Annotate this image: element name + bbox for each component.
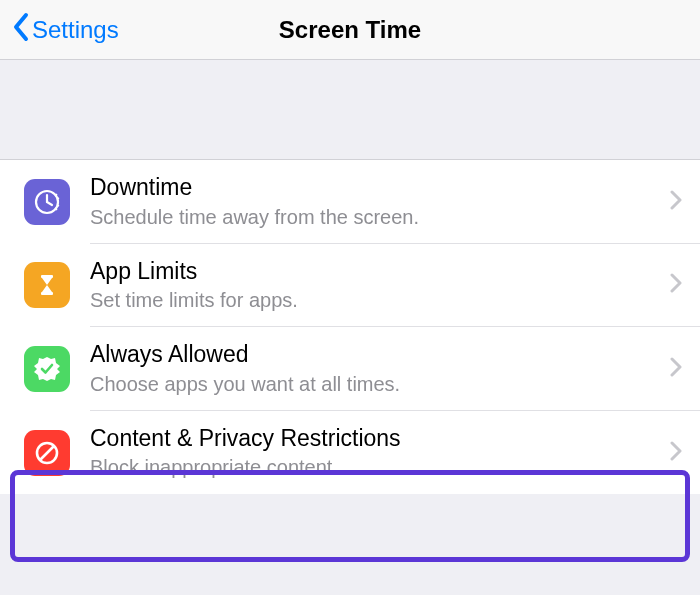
row-subtitle: Set time limits for apps.: [90, 287, 660, 313]
chevron-right-icon: [670, 441, 682, 465]
navbar: Settings Screen Time: [0, 0, 700, 60]
downtime-icon: [24, 179, 70, 225]
chevron-right-icon: [670, 273, 682, 297]
row-subtitle: Schedule time away from the screen.: [90, 204, 660, 230]
no-sign-icon: [24, 430, 70, 476]
chevron-right-icon: [670, 357, 682, 381]
svg-line-4: [57, 198, 59, 199]
row-title: Downtime: [90, 174, 660, 202]
svg-line-10: [40, 446, 54, 460]
svg-rect-8: [41, 292, 53, 295]
svg-line-5: [57, 205, 59, 206]
row-subtitle: Choose apps you want at all times.: [90, 371, 660, 397]
checkmark-seal-icon: [24, 346, 70, 392]
row-title: Content & Privacy Restrictions: [90, 425, 660, 453]
row-title: App Limits: [90, 258, 660, 286]
row-downtime[interactable]: Downtime Schedule time away from the scr…: [0, 160, 700, 244]
page-title: Screen Time: [279, 16, 421, 43]
svg-rect-7: [41, 275, 53, 278]
settings-list: Downtime Schedule time away from the scr…: [0, 160, 700, 494]
row-title: Always Allowed: [90, 341, 660, 369]
back-button[interactable]: Settings: [12, 12, 119, 48]
back-label: Settings: [32, 16, 119, 44]
row-content-privacy[interactable]: Content & Privacy Restrictions Block ina…: [0, 411, 700, 495]
chevron-left-icon: [12, 12, 32, 48]
row-app-limits[interactable]: App Limits Set time limits for apps.: [0, 244, 700, 328]
chevron-right-icon: [670, 190, 682, 214]
svg-line-2: [47, 202, 52, 205]
section-gap: [0, 60, 700, 160]
row-always-allowed[interactable]: Always Allowed Choose apps you want at a…: [0, 327, 700, 411]
row-subtitle: Block inappropriate content.: [90, 454, 660, 480]
hourglass-icon: [24, 262, 70, 308]
